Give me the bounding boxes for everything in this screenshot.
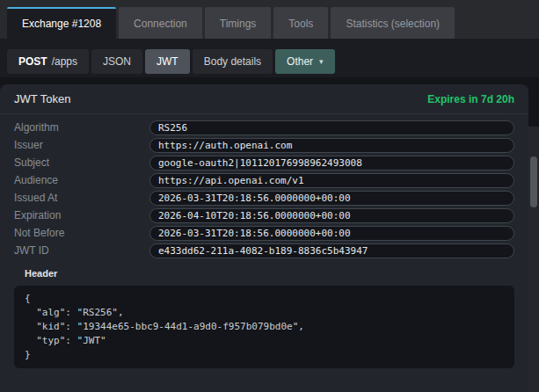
field-value-algorithm[interactable] [149,120,514,135]
field-value-expiration[interactable] [149,208,514,223]
tab-json[interactable]: JSON [91,49,142,74]
field-value-issuer[interactable] [149,138,514,153]
field-label-audience: Audience [14,174,149,186]
panel-title: JWT Token [14,92,71,105]
field-value-jwt-id[interactable] [149,243,514,258]
vertical-scrollbar[interactable] [528,127,539,392]
jwt-header-json: { "alg": "RS256", "kid": "19344e65-bbc9-… [14,286,514,368]
field-row-expiration: Expiration [14,207,514,224]
field-row-subject: Subject [14,154,514,171]
field-label-expiration: Expiration [14,209,149,221]
field-row-not-before: Not Before [14,224,514,242]
exchange-tab-bar: Exchange #1208 Connection Timings Tools … [0,0,539,39]
field-label-jwt-id: JWT ID [14,244,149,257]
field-value-not-before[interactable] [149,226,514,241]
http-method-label: POST [18,55,47,68]
body-view-tab-bar: POST /apps JSON JWT Body details Other ▾ [0,39,539,77]
tab-request-summary[interactable]: POST /apps [7,49,89,74]
tab-timings[interactable]: Timings [205,7,272,39]
field-value-issued-at[interactable] [149,191,514,206]
tab-body-details[interactable]: Body details [193,49,273,74]
tab-tools[interactable]: Tools [273,7,328,39]
jwt-token-panel: JWT Token Expires in 7d 20h Algorithm Is… [0,84,528,392]
other-dropdown-button[interactable]: Other ▾ [275,49,335,74]
request-path-label: /apps [52,55,77,68]
field-row-issued-at: Issued At [14,189,514,207]
jwt-panel-header: JWT Token Expires in 7d 20h [0,84,528,114]
field-label-subject: Subject [14,156,149,169]
field-row-issuer: Issuer [14,136,514,154]
scrollbar-thumb[interactable] [530,156,537,207]
field-value-audience[interactable] [149,173,514,188]
field-label-issuer: Issuer [14,139,149,151]
other-dropdown-label: Other [287,55,313,68]
tab-jwt[interactable]: JWT [145,49,190,74]
content-area: JWT Token Expires in 7d 20h Algorithm Is… [0,77,539,392]
tab-exchange[interactable]: Exchange #1208 [7,7,116,39]
chevron-down-icon: ▾ [319,57,324,66]
jwt-claims-form: Algorithm Issuer Subject Audience Issued… [0,114,528,259]
field-row-jwt-id: JWT ID [14,242,514,259]
field-row-audience: Audience [14,171,514,189]
field-label-not-before: Not Before [14,227,149,239]
field-value-subject[interactable] [149,156,514,171]
field-label-algorithm: Algorithm [14,121,149,134]
header-section-label: Header [25,268,514,279]
field-row-algorithm: Algorithm [14,119,514,136]
tab-connection[interactable]: Connection [119,7,202,39]
field-label-issued-at: Issued At [14,192,149,204]
tab-statistics[interactable]: Statistics (selection) [331,7,455,39]
expiry-badge: Expires in 7d 20h [427,93,514,105]
